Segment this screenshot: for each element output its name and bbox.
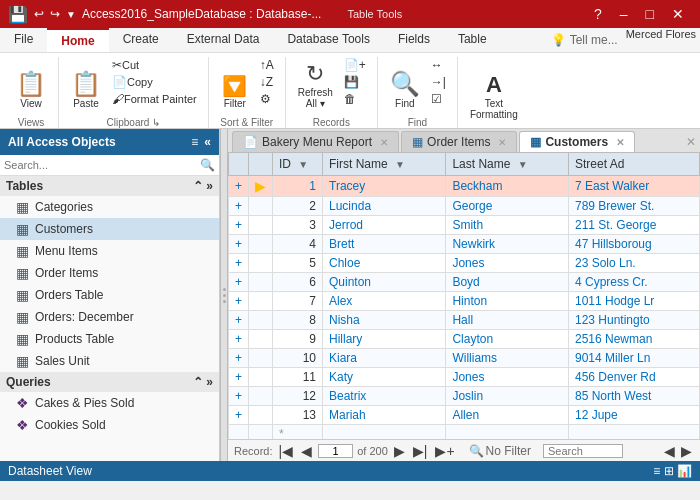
tab-close-all[interactable]: ✕	[686, 135, 700, 149]
expand-cell[interactable]: +	[229, 368, 249, 387]
cell-street[interactable]: 7 East Walker	[568, 176, 699, 197]
table-row[interactable]: +9HillaryClayton2516 Newman	[229, 330, 700, 349]
sidebar-item-orders-december[interactable]: ▦ Orders: December	[0, 306, 219, 328]
cell-last-name[interactable]: Beckham	[446, 176, 569, 197]
cell-id[interactable]: 9	[273, 330, 323, 349]
current-record-input[interactable]: 1	[318, 444, 353, 458]
cell-id[interactable]: 11	[273, 368, 323, 387]
cell-last-name[interactable]: George	[446, 197, 569, 216]
sidebar-item-sales-unit[interactable]: ▦ Sales Unit	[0, 350, 219, 372]
sidebar-item-menu-items[interactable]: ▦ Menu Items	[0, 240, 219, 262]
expand-cell[interactable]: +	[229, 197, 249, 216]
user-name[interactable]: Merced Flores	[626, 28, 700, 52]
cell-first-name[interactable]: Katy	[323, 368, 446, 387]
table-row[interactable]: +4BrettNewkirk47 Hillsboroug	[229, 235, 700, 254]
cell-street[interactable]: 4 Cypress Cr.	[568, 273, 699, 292]
cell-last-name[interactable]: Hinton	[446, 292, 569, 311]
expand-cell[interactable]: +	[229, 349, 249, 368]
cell-first-name[interactable]: Hillary	[323, 330, 446, 349]
copy-button[interactable]: 📄 Copy	[109, 74, 200, 90]
table-row[interactable]: +6QuintonBoyd4 Cypress Cr.	[229, 273, 700, 292]
tab-close-btn[interactable]: ✕	[616, 137, 624, 148]
format-painter-button[interactable]: 🖌 Format Painter	[109, 91, 200, 107]
expand-cell[interactable]: +	[229, 387, 249, 406]
table-row[interactable]: +3JerrodSmith211 St. George	[229, 216, 700, 235]
goto-button[interactable]: →|	[428, 74, 449, 90]
col-street[interactable]: Street Ad	[568, 153, 699, 176]
tab-create[interactable]: Create	[109, 28, 173, 52]
table-row[interactable]: +13MariahAllen12 Jupe	[229, 406, 700, 425]
cell-last-name[interactable]: Jones	[446, 368, 569, 387]
panel-collapse-icon[interactable]: «	[204, 135, 211, 149]
expand-cell[interactable]: +	[229, 311, 249, 330]
table-row[interactable]: +7AlexHinton1011 Hodge Lr	[229, 292, 700, 311]
cell-id[interactable]: 6	[273, 273, 323, 292]
cut-button[interactable]: ✂ Cut	[109, 57, 200, 73]
sort-asc-button[interactable]: ↑A	[257, 57, 277, 73]
tab-customers[interactable]: ▦ Customers ✕	[519, 131, 635, 152]
tab-bakery-menu-report[interactable]: 📄 Bakery Menu Report ✕	[232, 131, 399, 152]
tab-home[interactable]: Home	[47, 28, 108, 52]
sidebar-item-orders-table[interactable]: ▦ Orders Table	[0, 284, 219, 306]
sidebar-item-categories[interactable]: ▦ Categories	[0, 196, 219, 218]
sidebar-item-cakes-pies[interactable]: ❖ Cakes & Pies Sold	[0, 392, 219, 414]
cell-first-name[interactable]: Jerrod	[323, 216, 446, 235]
panel-menu-icon[interactable]: ≡	[191, 135, 198, 149]
redo-icon[interactable]: ↪	[50, 7, 60, 21]
cell-street[interactable]: 23 Solo Ln.	[568, 254, 699, 273]
cell-first-name[interactable]: Brett	[323, 235, 446, 254]
cell-street[interactable]: 211 St. George	[568, 216, 699, 235]
cell-id[interactable]: 12	[273, 387, 323, 406]
table-row[interactable]: +11KatyJones456 Denver Rd	[229, 368, 700, 387]
new-row-cell[interactable]: *	[273, 425, 323, 440]
dropdown-icon[interactable]: ▼	[66, 9, 76, 20]
table-row[interactable]: +5ChloeJones23 Solo Ln.	[229, 254, 700, 273]
minimize-btn[interactable]: –	[612, 6, 636, 22]
tab-order-items[interactable]: ▦ Order Items ✕	[401, 131, 517, 152]
save-record-button[interactable]: 💾	[341, 74, 369, 90]
table-row[interactable]: +10KiaraWilliams9014 Miller Ln	[229, 349, 700, 368]
cell-street[interactable]: 9014 Miller Ln	[568, 349, 699, 368]
cell-first-name[interactable]: Quinton	[323, 273, 446, 292]
cell-street[interactable]: 789 Brewer St.	[568, 197, 699, 216]
cell-last-name[interactable]: Williams	[446, 349, 569, 368]
tab-file[interactable]: File	[0, 28, 47, 52]
cell-last-name[interactable]: Hall	[446, 311, 569, 330]
expand-cell[interactable]: +	[229, 254, 249, 273]
no-filter-btn[interactable]: 🔍 No Filter	[469, 444, 531, 458]
select-button[interactable]: ☑	[428, 91, 449, 107]
save-icon[interactable]: 💾	[8, 5, 28, 24]
left-search-bar[interactable]: 🔍	[0, 155, 219, 176]
cell-last-name[interactable]: Allen	[446, 406, 569, 425]
tab-database-tools[interactable]: Database Tools	[273, 28, 384, 52]
new-row-cell[interactable]	[446, 425, 569, 440]
table-search-input[interactable]	[543, 444, 623, 458]
sidebar-item-cookies-sold[interactable]: ❖ Cookies Sold	[0, 414, 219, 436]
sidebar-item-products-table[interactable]: ▦ Products Table	[0, 328, 219, 350]
undo-icon[interactable]: ↩	[34, 7, 44, 21]
nav-last-btn[interactable]: ▶|	[411, 443, 430, 459]
scroll-left-btn[interactable]: ◀	[662, 443, 677, 459]
find-button[interactable]: 🔍 Find	[386, 68, 424, 111]
table-row[interactable]: +2LucindaGeorge789 Brewer St.	[229, 197, 700, 216]
new-row-cell[interactable]	[229, 425, 249, 440]
filter-button[interactable]: 🔽 Filter	[217, 72, 253, 111]
maximize-btn[interactable]: □	[638, 6, 662, 22]
table-row[interactable]: +▶1TraceyBeckham7 East Walker	[229, 176, 700, 197]
view-button[interactable]: 📋 View	[12, 68, 50, 111]
col-id[interactable]: ID ▼	[273, 153, 323, 176]
replace-button[interactable]: ↔	[428, 57, 449, 73]
sidebar-item-customers[interactable]: ▦ Customers	[0, 218, 219, 240]
col-last-name[interactable]: Last Name ▼	[446, 153, 569, 176]
cell-first-name[interactable]: Tracey	[323, 176, 446, 197]
cell-last-name[interactable]: Newkirk	[446, 235, 569, 254]
new-record-button[interactable]: 📄+	[341, 57, 369, 73]
cell-last-name[interactable]: Smith	[446, 216, 569, 235]
cell-first-name[interactable]: Kiara	[323, 349, 446, 368]
cell-street[interactable]: 12 Jupe	[568, 406, 699, 425]
expand-cell[interactable]: +	[229, 273, 249, 292]
cell-id[interactable]: 7	[273, 292, 323, 311]
cell-id[interactable]: 10	[273, 349, 323, 368]
tab-table[interactable]: Table	[444, 28, 501, 52]
table-row[interactable]: +12BeatrixJoslin85 North West	[229, 387, 700, 406]
